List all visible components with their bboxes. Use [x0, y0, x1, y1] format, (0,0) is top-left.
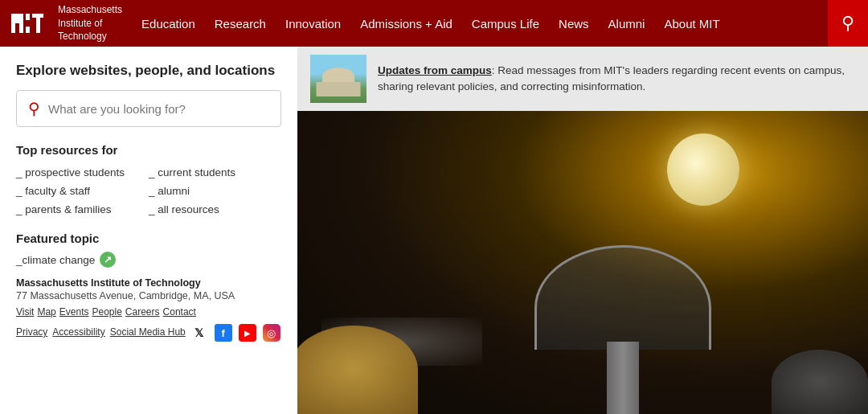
- dome-image: [310, 55, 366, 103]
- alert-text: Updates from campus: Read messages from …: [378, 63, 855, 96]
- mit-logo: [10, 7, 50, 39]
- footer-privacy[interactable]: Privacy: [16, 326, 47, 338]
- dish-antenna: [510, 205, 751, 414]
- footer-events[interactable]: Events: [59, 306, 89, 318]
- svg-rect-8: [26, 20, 30, 27]
- alert-bar: Updates from campus: Read messages from …: [297, 47, 868, 111]
- search-icon: ⚲: [28, 99, 40, 118]
- nav-campus-life[interactable]: Campus Life: [472, 17, 539, 31]
- footer-visit[interactable]: Visit: [16, 306, 34, 318]
- nav-admissions[interactable]: Admissions + Aid: [360, 17, 452, 31]
- resource-prospective-students[interactable]: prospective students: [16, 165, 149, 180]
- footer-links: Visit Map Events People Careers Contact: [16, 306, 281, 318]
- social-icons: 𝕏 f ▶ ◎: [190, 324, 280, 342]
- featured-climate-change[interactable]: climate change ↗: [16, 252, 281, 268]
- search-box[interactable]: ⚲: [16, 90, 281, 127]
- nav-alumni[interactable]: Alumni: [608, 17, 645, 31]
- resource-alumni[interactable]: alumni: [149, 183, 281, 199]
- hero-image: [297, 111, 868, 414]
- search-icon: ⚲: [841, 13, 854, 34]
- nav-about[interactable]: About MIT: [664, 17, 719, 31]
- nav-education[interactable]: Education: [141, 17, 195, 31]
- page-content: Explore websites, people, and locations …: [0, 47, 868, 414]
- resource-all-resources[interactable]: all resources: [149, 202, 281, 217]
- main-content: Updates from campus: Read messages from …: [297, 47, 868, 414]
- main-nav: Education Research Innovation Admissions…: [141, 17, 858, 31]
- footer-map[interactable]: Map: [37, 306, 55, 318]
- facebook-icon[interactable]: f: [215, 324, 232, 342]
- sidebar-explore-title: Explore websites, people, and locations: [16, 63, 281, 79]
- logo-area[interactable]: Massachusetts Institute of Technology: [10, 3, 122, 43]
- dish-support: [607, 342, 639, 414]
- alert-image: [310, 55, 366, 103]
- resource-current-students[interactable]: current students: [149, 165, 281, 180]
- instagram-icon[interactable]: ◎: [263, 324, 280, 342]
- svg-rect-3: [19, 14, 23, 33]
- footer-social-media-hub[interactable]: Social Media Hub: [110, 326, 186, 338]
- arrow-icon: ↗: [100, 252, 116, 268]
- nav-innovation[interactable]: Innovation: [285, 17, 341, 31]
- footer-links2: Privacy Accessibility Social Media Hub 𝕏…: [16, 322, 281, 342]
- featured-title: Featured topic: [16, 232, 281, 245]
- footer-accessibility[interactable]: Accessibility: [52, 326, 104, 338]
- svg-rect-4: [15, 14, 19, 23]
- site-header: Massachusetts Institute of Technology Ed…: [0, 0, 868, 47]
- footer-people[interactable]: People: [92, 306, 121, 318]
- footer-info: Massachusetts Institute of Technology 77…: [16, 277, 281, 342]
- footer-careers[interactable]: Careers: [125, 306, 160, 318]
- geodesic-dome-left: [297, 326, 418, 414]
- alert-link[interactable]: Updates from campus: [378, 64, 492, 76]
- address: 77 Massachusetts Avenue, Cambridge, MA, …: [16, 290, 281, 301]
- dish-bowl: [534, 245, 711, 350]
- resources-title: Top resources for: [16, 143, 281, 157]
- nav-research[interactable]: Research: [215, 17, 266, 31]
- resource-parents-families[interactable]: parents & families: [16, 202, 149, 217]
- x-twitter-icon[interactable]: 𝕏: [190, 324, 208, 342]
- nav-news[interactable]: News: [559, 17, 589, 31]
- resource-faculty-staff[interactable]: faculty & staff: [16, 183, 149, 199]
- sidebar: Explore websites, people, and locations …: [0, 47, 297, 414]
- org-name: Massachusetts Institute of Technology: [16, 277, 281, 289]
- youtube-icon[interactable]: ▶: [239, 324, 256, 342]
- logo-text: Massachusetts Institute of Technology: [58, 3, 122, 43]
- building-shape: [317, 82, 361, 96]
- header-search-button[interactable]: ⚲: [828, 0, 868, 47]
- svg-rect-7: [36, 14, 40, 33]
- search-input[interactable]: [48, 102, 269, 116]
- moon-shape: [667, 133, 739, 206]
- footer-contact[interactable]: Contact: [163, 306, 196, 318]
- resources-grid: prospective students current students fa…: [16, 165, 281, 217]
- geodesic-dome-right: [772, 350, 868, 414]
- hero-background: [297, 111, 868, 414]
